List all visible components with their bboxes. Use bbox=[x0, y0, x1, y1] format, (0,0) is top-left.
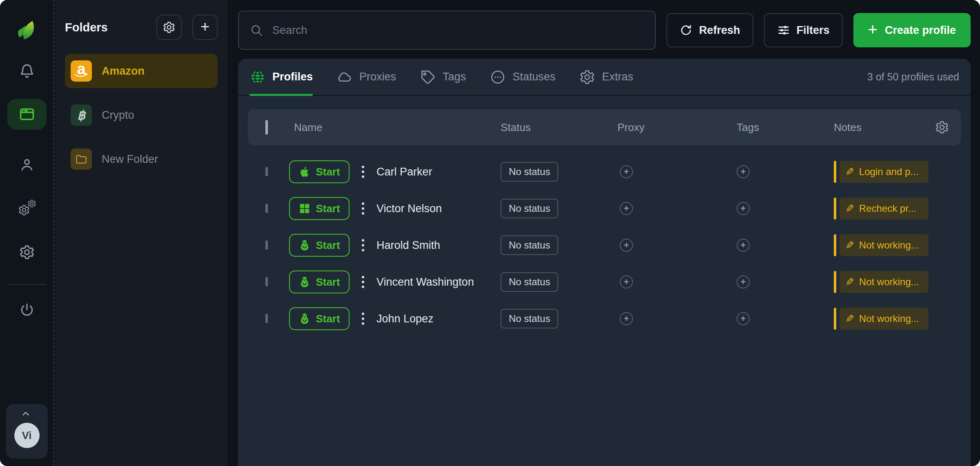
folders-panel: Folders + a Amazon ฿ bbox=[55, 0, 227, 466]
start-profile-button[interactable]: Start bbox=[289, 197, 350, 220]
sidebar-item-account[interactable] bbox=[17, 155, 37, 175]
column-header-status: Status bbox=[501, 121, 617, 134]
tab-extras[interactable]: Extras bbox=[579, 59, 633, 95]
folder-item-amazon[interactable]: a Amazon bbox=[65, 54, 218, 88]
avatar[interactable]: Vi bbox=[14, 423, 40, 448]
start-profile-button[interactable]: Start bbox=[289, 160, 350, 183]
amazon-swoosh-icon bbox=[74, 73, 88, 79]
table-settings-icon[interactable] bbox=[935, 120, 949, 135]
expand-user-menu-button[interactable] bbox=[19, 408, 35, 420]
search-box bbox=[238, 11, 656, 50]
column-header-name: Name bbox=[294, 121, 322, 134]
notifications-button[interactable] bbox=[17, 61, 37, 81]
profile-name: Carl Parker bbox=[376, 166, 432, 178]
pencil-icon: ✎ bbox=[845, 240, 854, 251]
pencil-icon: ✎ bbox=[845, 203, 854, 214]
status-badge[interactable]: No status bbox=[501, 235, 558, 255]
status-badge[interactable]: No status bbox=[501, 199, 558, 218]
folder-label: New Folder bbox=[102, 153, 158, 166]
gear-icon bbox=[579, 69, 595, 85]
profiles-used-label: 3 of 50 profiles used bbox=[867, 71, 959, 83]
search-icon bbox=[249, 23, 263, 37]
tab-proxies[interactable]: Proxies bbox=[336, 59, 396, 95]
add-proxy-button[interactable]: + bbox=[620, 202, 633, 215]
filters-button[interactable]: Filters bbox=[764, 13, 843, 47]
note-accent-bar bbox=[834, 161, 836, 183]
sidebar-item-profiles[interactable] bbox=[7, 99, 47, 130]
note-button[interactable]: ✎ Recheck pr... bbox=[834, 197, 929, 220]
note-text: Login and p... bbox=[859, 166, 918, 178]
folder-label: Amazon bbox=[102, 65, 145, 78]
row-checkbox[interactable] bbox=[265, 277, 268, 286]
row-checkbox[interactable] bbox=[265, 314, 268, 323]
status-badge[interactable]: No status bbox=[501, 162, 558, 182]
refresh-button[interactable]: Refresh bbox=[666, 13, 753, 47]
linux-icon bbox=[298, 313, 311, 325]
create-profile-button[interactable]: + Create profile bbox=[853, 13, 971, 47]
row-checkbox[interactable] bbox=[265, 167, 268, 176]
plus-icon: + bbox=[868, 21, 878, 38]
add-proxy-button[interactable]: + bbox=[620, 239, 633, 252]
active-tab-underline bbox=[249, 94, 313, 96]
power-button[interactable] bbox=[17, 300, 37, 320]
pencil-icon: ✎ bbox=[845, 166, 854, 177]
start-profile-button[interactable]: Start bbox=[289, 307, 350, 330]
status-badge[interactable]: No status bbox=[501, 309, 558, 328]
row-menu-button[interactable] bbox=[360, 311, 366, 326]
folder-item-crypto[interactable]: ฿ Crypto bbox=[65, 98, 218, 132]
table-row: Start Harold Smith No status + + bbox=[248, 227, 961, 264]
add-tag-button[interactable]: + bbox=[737, 312, 750, 325]
bitcoin-icon: ฿ bbox=[71, 104, 92, 126]
browser-window-icon bbox=[18, 106, 36, 123]
person-icon bbox=[19, 157, 35, 173]
profile-name: Victor Nelson bbox=[376, 202, 442, 215]
folder-item-new-folder[interactable]: New Folder bbox=[65, 142, 218, 176]
row-menu-button[interactable] bbox=[360, 164, 366, 180]
tab-profiles[interactable]: Profiles bbox=[249, 59, 313, 95]
note-button[interactable]: ✎ Login and p... bbox=[834, 161, 929, 183]
note-button[interactable]: ✎ Not working... bbox=[834, 234, 929, 256]
row-checkbox[interactable] bbox=[265, 240, 268, 250]
tab-tags[interactable]: Tags bbox=[420, 59, 466, 95]
add-tag-button[interactable]: + bbox=[737, 202, 750, 215]
refresh-icon bbox=[679, 24, 693, 37]
chevron-up-icon bbox=[19, 408, 33, 419]
note-accent-bar bbox=[834, 308, 836, 330]
select-all-checkbox[interactable] bbox=[265, 120, 268, 135]
add-tag-button[interactable]: + bbox=[737, 165, 750, 178]
table-rows: Start Carl Parker No status + + bbox=[248, 145, 961, 337]
row-menu-button[interactable] bbox=[360, 201, 366, 216]
sidebar-item-settings[interactable] bbox=[17, 242, 37, 262]
row-menu-button[interactable] bbox=[360, 274, 366, 290]
folders-title: Folders bbox=[65, 21, 146, 34]
app-window: Vi Folders + a Amazon bbox=[0, 0, 980, 466]
cloud-icon bbox=[336, 69, 353, 85]
sidebar-item-automation[interactable] bbox=[17, 199, 37, 219]
start-profile-button[interactable]: Start bbox=[289, 234, 350, 257]
folder-list: a Amazon ฿ Crypto New Folder bbox=[65, 54, 218, 176]
add-tag-button[interactable]: + bbox=[737, 239, 750, 252]
pencil-icon: ✎ bbox=[845, 277, 854, 287]
add-tag-button[interactable]: + bbox=[737, 275, 750, 288]
status-badge[interactable]: No status bbox=[501, 272, 558, 292]
globe-icon bbox=[249, 69, 266, 85]
note-button[interactable]: ✎ Not working... bbox=[834, 308, 929, 330]
row-checkbox[interactable] bbox=[265, 204, 268, 213]
table-header: Name Status Proxy Tags Notes bbox=[248, 109, 961, 145]
row-menu-button[interactable] bbox=[360, 237, 366, 253]
folder-label: Crypto bbox=[102, 109, 134, 122]
start-profile-button[interactable]: Start bbox=[289, 271, 350, 293]
tab-statuses[interactable]: Statuses bbox=[490, 59, 555, 95]
search-input[interactable] bbox=[272, 24, 644, 37]
add-proxy-button[interactable]: + bbox=[620, 312, 633, 325]
note-button[interactable]: ✎ Not working... bbox=[834, 271, 929, 293]
app-logo-icon bbox=[12, 13, 42, 42]
add-folder-button[interactable]: + bbox=[192, 15, 218, 40]
plus-icon: + bbox=[200, 19, 209, 34]
add-proxy-button[interactable]: + bbox=[620, 275, 633, 288]
folders-settings-button[interactable] bbox=[156, 15, 182, 40]
table-row: Start John Lopez No status + + bbox=[248, 300, 961, 337]
amazon-icon: a bbox=[71, 60, 92, 82]
add-proxy-button[interactable]: + bbox=[620, 165, 633, 178]
rail-divider bbox=[8, 284, 46, 285]
